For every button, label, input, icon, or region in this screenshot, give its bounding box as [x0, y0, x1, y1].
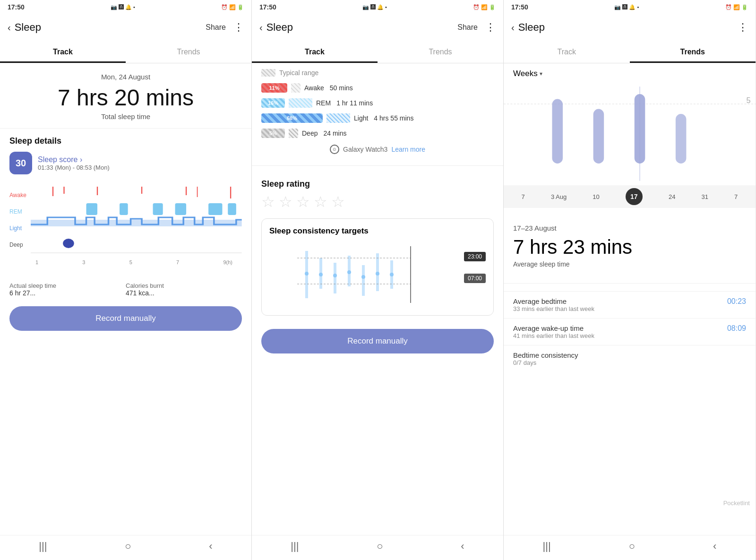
metric-consistency-left: Bedtime consistency 0/7 days: [513, 351, 578, 366]
score-label-1[interactable]: Sleep score ›: [38, 155, 110, 164]
header-1: ‹ Sleep Share ⋮: [0, 14, 251, 41]
waketime-badge: 07:00: [464, 274, 486, 283]
star-3[interactable]: ☆: [296, 193, 310, 211]
page-title-1: Sleep: [15, 21, 41, 34]
tab-track-3[interactable]: Track: [504, 41, 630, 63]
legend-rem: 16% REM 1 hr 11 mins: [252, 95, 503, 111]
tab-trends-2[interactable]: Trends: [378, 41, 503, 63]
legend-deep: 5% Deep 24 mins: [252, 126, 503, 141]
status-icons-1: 📷 🅰 🔔 •: [111, 4, 135, 10]
status-time-1: 17:50: [8, 3, 25, 11]
consistency-chart: 23:00 07:00: [269, 241, 486, 308]
svg-text:5: 5: [747, 96, 751, 105]
svg-point-14: [63, 239, 75, 248]
header-left-3: ‹ Sleep: [511, 21, 545, 34]
rem-pct: 16%: [268, 100, 278, 106]
rem-hatch: [289, 98, 312, 108]
nav-home-icon-1[interactable]: ○: [125, 540, 131, 552]
avg-sleep-time: 7 hrs 23 mins: [513, 236, 746, 258]
status-icons-right-1: ⏰ 📶 🔋: [221, 4, 244, 10]
menu-button-2[interactable]: ⋮: [485, 21, 496, 34]
light-bar: 68%: [261, 113, 323, 123]
header-right-2: Share ⋮: [457, 21, 496, 34]
metric-bedtime: Average bedtime 33 mins earlier than las…: [504, 291, 756, 318]
sleep-time-1: 7 hrs 20 mins: [0, 85, 251, 111]
share-button-1[interactable]: Share: [206, 23, 226, 32]
share-button-2[interactable]: Share: [457, 23, 478, 32]
consistency-card: Sleep consistency targets: [261, 218, 494, 316]
menu-button-1[interactable]: ⋮: [233, 21, 244, 34]
tab-track-2[interactable]: Track: [252, 41, 378, 63]
divider-3: [504, 283, 756, 284]
tab-trends-3[interactable]: Trends: [630, 41, 756, 63]
avg-section: 17–23 August 7 hrs 23 mins Average sleep…: [504, 216, 756, 276]
back-button-1[interactable]: ‹: [8, 22, 11, 33]
deep-name: Deep: [302, 129, 318, 137]
wakeup-sub: 41 mins earlier than last week: [513, 332, 594, 339]
back-button-2[interactable]: ‹: [259, 22, 263, 33]
label-rem: REM: [9, 208, 31, 215]
rem-bar: 16%: [261, 98, 285, 108]
panel-3: 17:50 📷 🅰 🔔 • ⏰ 📶 🔋 ‹ Sleep ⋮ Track Tren…: [504, 0, 756, 560]
learn-more-link[interactable]: Learn more: [391, 146, 425, 153]
page-title-3: Sleep: [518, 21, 545, 34]
metric-wakeup: Average wake-up time 41 mins earlier tha…: [504, 318, 756, 345]
legend-light: 68% Light 4 hrs 55 mins: [252, 111, 503, 126]
tab-track-1[interactable]: Track: [0, 41, 126, 63]
star-4[interactable]: ☆: [314, 193, 327, 211]
status-icons-3: 📷 🅰 🔔 •: [614, 4, 639, 10]
date-3aug: 3 Aug: [551, 193, 567, 200]
svg-rect-8: [120, 203, 128, 215]
nav-menu-icon-1[interactable]: |||: [39, 540, 47, 552]
light-duration: 4 hrs 55 mins: [374, 114, 413, 122]
device-name: Galaxy Watch3: [343, 146, 387, 153]
nav-back-icon-1[interactable]: ‹: [209, 540, 212, 552]
svg-rect-7: [86, 203, 98, 215]
status-icons-right-3: ⏰ 📶 🔋: [725, 4, 748, 10]
nav-menu-icon-2[interactable]: |||: [291, 540, 299, 552]
svg-rect-9: [153, 203, 163, 215]
back-button-3[interactable]: ‹: [511, 22, 515, 33]
record-manually-button-1[interactable]: Record manually: [9, 306, 242, 331]
deep-bar: 5%: [261, 129, 285, 138]
record-manually-button-2[interactable]: Record manually: [261, 329, 494, 353]
sleep-hours-1: 7 hrs 20 mins: [58, 85, 194, 110]
galaxy-logo: ⊙: [330, 145, 339, 154]
period-selector[interactable]: Weeks ▾: [504, 63, 756, 84]
calories-stat: Calories burnt 471 kca...: [126, 282, 242, 297]
tabs-1: Track Trends: [0, 41, 251, 63]
nav-back-icon-3[interactable]: ‹: [713, 540, 716, 552]
status-bar-2: 17:50 📷 🅰 🔔 • ⏰ 📶 🔋: [252, 0, 503, 14]
score-badge-1: 30: [9, 152, 32, 174]
content-2: Typical range 11% Awake 50 mins 16% REM …: [252, 63, 503, 535]
wakeup-value: 08:09: [727, 324, 746, 333]
svg-rect-10: [175, 203, 187, 215]
star-1[interactable]: ☆: [261, 193, 275, 211]
nav-bar-2: ||| ○ ‹: [252, 535, 503, 560]
divider-1: [0, 128, 251, 129]
typical-range-row: Typical range: [252, 63, 503, 80]
label-deep: Deep: [9, 241, 31, 248]
consistency-name: Bedtime consistency: [513, 351, 578, 359]
header-right-3: ⋮: [738, 21, 748, 34]
nav-home-icon-2[interactable]: ○: [377, 540, 383, 552]
menu-button-3[interactable]: ⋮: [738, 21, 748, 34]
date-31: 31: [702, 193, 708, 200]
rem-name: REM: [316, 99, 331, 107]
nav-home-icon-3[interactable]: ○: [629, 540, 635, 552]
date-7: 7: [522, 193, 525, 200]
nav-menu-icon-3[interactable]: |||: [543, 540, 551, 552]
star-2[interactable]: ☆: [279, 193, 292, 211]
awake-duration: 50 mins: [330, 84, 353, 92]
svg-point-32: [390, 273, 394, 276]
star-5[interactable]: ☆: [331, 193, 345, 211]
status-icons-right-2: ⏰ 📶 🔋: [473, 4, 496, 10]
typical-range-label: Typical range: [279, 69, 318, 77]
date-17-selected[interactable]: 17: [626, 188, 643, 205]
tab-trends-1[interactable]: Trends: [126, 41, 251, 63]
sleep-chart-1: Awake REM Light Deep: [0, 182, 251, 276]
svg-point-28: [333, 274, 337, 277]
nav-back-icon-2[interactable]: ‹: [461, 540, 464, 552]
tabs-3: Track Trends: [504, 41, 756, 63]
hatch-icon: [261, 69, 275, 77]
